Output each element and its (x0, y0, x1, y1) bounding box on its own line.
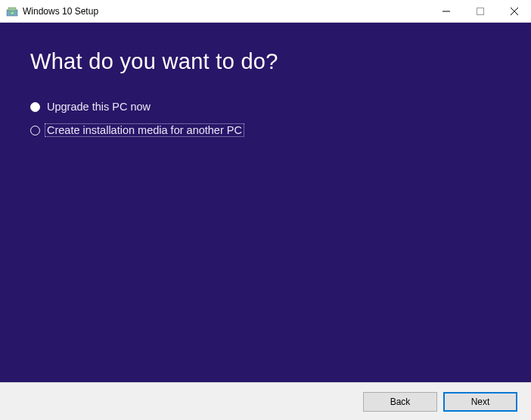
footer: Back Next (0, 382, 531, 420)
radio-icon (30, 102, 40, 112)
svg-point-2 (11, 11, 14, 14)
svg-rect-1 (8, 8, 16, 11)
options-group: Upgrade this PC now Create installation … (30, 101, 501, 137)
page-heading: What do you want to do? (30, 49, 501, 74)
minimize-button[interactable] (429, 0, 463, 22)
titlebar: Windows 10 Setup (0, 0, 531, 23)
window-controls (429, 0, 531, 22)
close-button[interactable] (497, 0, 531, 22)
option-label: Upgrade this PC now (47, 101, 151, 113)
option-create-media[interactable]: Create installation media for another PC (30, 123, 501, 137)
content-area: What do you want to do? Upgrade this PC … (0, 23, 531, 382)
radio-icon (30, 126, 40, 135)
maximize-button (463, 0, 497, 22)
window-title: Windows 10 Setup (23, 6, 98, 17)
option-label: Create installation media for another PC (45, 123, 244, 137)
app-icon (6, 5, 18, 17)
svg-rect-4 (477, 8, 483, 14)
back-button[interactable]: Back (363, 392, 437, 412)
option-upgrade-now[interactable]: Upgrade this PC now (30, 101, 501, 113)
next-button[interactable]: Next (443, 392, 517, 412)
